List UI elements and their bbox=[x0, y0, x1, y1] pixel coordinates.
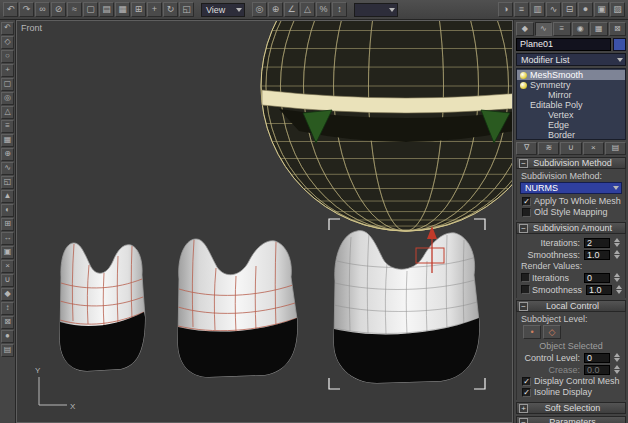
curve-editor-icon[interactable]: ∿ bbox=[546, 2, 561, 17]
select-and-move-icon[interactable]: + bbox=[147, 2, 162, 17]
left-toolbar-icon[interactable]: ▣ bbox=[1, 246, 14, 259]
mesh-tooth-left[interactable] bbox=[60, 243, 145, 371]
rollout-soft-selection[interactable]: Soft Selection bbox=[516, 402, 626, 414]
layer-manager-icon[interactable]: ▥ bbox=[530, 2, 545, 17]
modifier-enabled-icon[interactable] bbox=[520, 72, 527, 79]
iterations-input[interactable]: 2 bbox=[584, 238, 610, 248]
left-toolbar-icon[interactable]: ∪ bbox=[1, 274, 14, 287]
select-and-manipulate-icon[interactable]: ⊕ bbox=[268, 2, 283, 17]
rollout-subdivision-method[interactable]: Subdivision Method bbox=[516, 157, 626, 169]
tab-create[interactable]: ◆ bbox=[516, 22, 534, 36]
show-end-result-button[interactable]: ≋ bbox=[538, 142, 559, 155]
select-by-name-icon[interactable]: ▤ bbox=[99, 2, 114, 17]
stack-item-border[interactable]: Border bbox=[517, 130, 625, 140]
iterations-spinner[interactable] bbox=[612, 238, 621, 247]
stack-item-symmetry[interactable]: Symmetry bbox=[517, 80, 625, 90]
render-setup-icon[interactable]: ▣ bbox=[594, 2, 609, 17]
redo-icon[interactable]: ↷ bbox=[19, 2, 34, 17]
quick-render-icon[interactable]: ▨ bbox=[610, 2, 625, 17]
select-and-rotate-icon[interactable]: ↻ bbox=[163, 2, 178, 17]
left-toolbar-icon[interactable]: + bbox=[1, 64, 14, 77]
tab-modify[interactable]: ∿ bbox=[535, 22, 553, 36]
left-toolbar-icon[interactable]: ● bbox=[1, 330, 14, 343]
left-toolbar-icon[interactable]: ○ bbox=[1, 50, 14, 63]
percent-snap-icon[interactable]: % bbox=[316, 2, 331, 17]
viewport-label[interactable]: Front bbox=[21, 23, 42, 33]
render-iterations-checkbox[interactable] bbox=[521, 273, 530, 282]
selection-region-icon[interactable]: ▦ bbox=[115, 2, 130, 17]
undo-icon[interactable]: ↶ bbox=[3, 2, 18, 17]
left-toolbar-icon[interactable]: × bbox=[1, 260, 14, 273]
isoline-display-checkbox[interactable]: ✓ Isoline Display bbox=[522, 387, 624, 397]
left-toolbar-icon[interactable]: ≡ bbox=[1, 120, 14, 133]
crease-spinner[interactable] bbox=[612, 365, 621, 374]
stack-item-vertex[interactable]: Vertex bbox=[517, 110, 625, 120]
tab-hierarchy[interactable]: ≡ bbox=[553, 22, 571, 36]
reference-coordinate-dropdown[interactable]: View bbox=[201, 3, 245, 17]
smoothness-spinner[interactable] bbox=[612, 250, 621, 259]
schematic-view-icon[interactable]: ⊟ bbox=[562, 2, 577, 17]
subdivision-method-dropdown[interactable]: NURMS bbox=[520, 182, 622, 194]
rollout-parameters[interactable]: Parameters bbox=[516, 416, 626, 423]
render-smoothness-checkbox[interactable] bbox=[521, 285, 530, 294]
make-unique-button[interactable]: ∪ bbox=[560, 142, 581, 155]
left-toolbar-icon[interactable]: ◇ bbox=[1, 36, 14, 49]
left-toolbar-icon[interactable]: ◆ bbox=[1, 288, 14, 301]
render-smoothness-spinner[interactable] bbox=[614, 285, 623, 294]
left-toolbar-icon[interactable]: ∿ bbox=[1, 162, 14, 175]
vertex-subobject-button[interactable]: • bbox=[523, 325, 541, 339]
select-and-scale-icon[interactable]: ◱ bbox=[179, 2, 194, 17]
window-crossing-icon[interactable]: ⊞ bbox=[131, 2, 146, 17]
viewport-canvas[interactable]: X Y bbox=[17, 21, 512, 422]
left-toolbar-icon[interactable]: ▦ bbox=[1, 134, 14, 147]
align-icon[interactable]: ≡ bbox=[514, 2, 529, 17]
tab-utilities[interactable]: ⊠ bbox=[609, 22, 627, 36]
pin-stack-button[interactable]: ∇ bbox=[516, 142, 537, 155]
left-toolbar-icon[interactable]: ▢ bbox=[1, 78, 14, 91]
stack-item-editable-poly[interactable]: Editable Poly bbox=[517, 100, 625, 110]
tab-motion[interactable]: ◉ bbox=[572, 22, 590, 36]
select-object-icon[interactable]: ▢ bbox=[83, 2, 98, 17]
rollout-subdivision-amount[interactable]: Subdivision Amount bbox=[516, 222, 626, 234]
left-toolbar-icon[interactable]: ◎ bbox=[1, 92, 14, 105]
old-style-mapping-checkbox[interactable]: Old Style Mapping bbox=[522, 207, 624, 217]
smoothed-sphere-object[interactable] bbox=[261, 21, 512, 231]
remove-modifier-button[interactable]: × bbox=[583, 142, 604, 155]
mesh-tooth-middle[interactable] bbox=[178, 239, 297, 377]
snap-toggle-icon[interactable]: ∠ bbox=[284, 2, 299, 17]
smoothness-input[interactable]: 1.0 bbox=[584, 250, 610, 260]
left-toolbar-icon[interactable]: ⊕ bbox=[1, 148, 14, 161]
left-toolbar-icon[interactable]: ▤ bbox=[1, 344, 14, 357]
render-iterations-spinner[interactable] bbox=[612, 273, 621, 282]
stack-item-meshsmooth[interactable]: MeshSmooth bbox=[517, 70, 625, 80]
rollout-local-control[interactable]: Local Control bbox=[516, 300, 626, 312]
control-level-spinner[interactable] bbox=[612, 353, 621, 362]
control-level-input[interactable]: 0 bbox=[584, 353, 610, 363]
object-name-field[interactable]: Plane01 bbox=[516, 38, 611, 51]
left-toolbar-icon[interactable]: ⊠ bbox=[1, 316, 14, 329]
render-iterations-input[interactable]: 0 bbox=[584, 273, 610, 283]
left-toolbar-icon[interactable]: ↶ bbox=[1, 22, 14, 35]
left-toolbar-icon[interactable]: ↕ bbox=[1, 302, 14, 315]
stack-item-edge[interactable]: Edge bbox=[517, 120, 625, 130]
modifier-enabled-icon[interactable] bbox=[520, 82, 527, 89]
unlink-selection-icon[interactable]: ⊘ bbox=[51, 2, 66, 17]
select-and-link-icon[interactable]: ∞ bbox=[35, 2, 50, 17]
left-toolbar-icon[interactable]: ◐ bbox=[1, 204, 14, 217]
modifier-list-dropdown[interactable]: Modifier List bbox=[516, 53, 626, 66]
left-toolbar-icon[interactable]: ◱ bbox=[1, 176, 14, 189]
left-toolbar-icon[interactable]: △ bbox=[1, 106, 14, 119]
apply-to-whole-mesh-checkbox[interactable]: ✓ Apply To Whole Mesh bbox=[522, 196, 624, 206]
stack-item-mirror[interactable]: Mirror bbox=[517, 90, 625, 100]
bind-to-spacewarp-icon[interactable]: ≈ bbox=[67, 2, 82, 17]
edge-subobject-button[interactable]: ◇ bbox=[543, 325, 561, 339]
left-toolbar-icon[interactable]: ↔ bbox=[1, 232, 14, 245]
front-viewport[interactable]: Front bbox=[16, 20, 513, 423]
material-editor-icon[interactable]: ● bbox=[578, 2, 593, 17]
angle-snap-icon[interactable]: △ bbox=[300, 2, 315, 17]
mesh-tooth-selected[interactable] bbox=[334, 231, 479, 383]
use-pivot-center-icon[interactable]: ◎ bbox=[252, 2, 267, 17]
crease-input[interactable]: 0.0 bbox=[584, 365, 610, 375]
left-toolbar-icon[interactable]: ⊞ bbox=[1, 218, 14, 231]
render-smoothness-input[interactable]: 1.0 bbox=[586, 285, 612, 295]
